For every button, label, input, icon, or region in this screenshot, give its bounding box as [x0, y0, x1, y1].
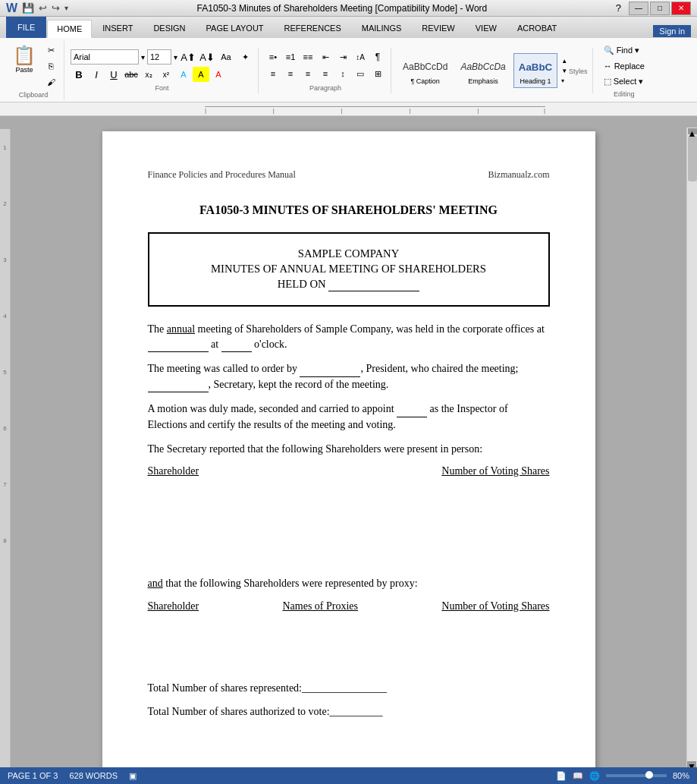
cut-button[interactable]: ✂ [42, 43, 59, 58]
bold-button[interactable]: B [71, 67, 87, 82]
increase-indent-button[interactable]: ⇥ [334, 49, 351, 65]
align-right-button[interactable]: ≡ [300, 66, 316, 81]
layout-icon[interactable]: ▣ [129, 771, 137, 781]
find-label: Find ▾ [617, 46, 639, 55]
font-name-input[interactable] [71, 49, 139, 65]
font-size-dropdown[interactable]: ▾ [174, 53, 177, 61]
view-web-layout[interactable]: 🌐 [589, 771, 600, 781]
paragraph-label: Paragraph [309, 84, 341, 92]
italic-button[interactable]: I [88, 67, 105, 82]
shrink-font-button[interactable]: A⬇ [199, 49, 215, 65]
font-controls: ▾ ▾ A⬆ A⬇ Aa ✦ B I U abc x₂ x² A A [71, 49, 253, 82]
paragraph-row1: ≡• ≡1 ≡≡ ⇤ ⇥ ↕A ¶ [265, 49, 386, 65]
view-print-layout[interactable]: 📄 [556, 771, 567, 781]
font-size-input[interactable] [147, 49, 171, 65]
subscript-button[interactable]: x₂ [140, 67, 157, 82]
styles-items: AaBbCcDd ¶ Caption AaBbCcDa Emphasis AaB… [397, 53, 569, 88]
scrollbar-thumb[interactable] [688, 136, 697, 181]
tab-review[interactable]: REVIEW [412, 19, 464, 37]
titlebar-title: FA1050-3 Minutes of Shareholders Meeting… [68, 3, 616, 14]
style-emphasis[interactable]: AaBbCcDa Emphasis [455, 53, 510, 88]
styles-scroll-down[interactable]: ▼ [560, 66, 569, 76]
table1-col1: Shareholder [148, 465, 199, 477]
strikethrough-button[interactable]: abc [123, 67, 140, 82]
style-heading1-preview: AaBbC [519, 56, 552, 77]
multilevel-list-button[interactable]: ≡≡ [300, 49, 316, 65]
help-button[interactable]: ? [616, 2, 621, 14]
tab-insert[interactable]: INSERT [93, 19, 143, 37]
select-button[interactable]: ⬚ Select ▾ [599, 74, 649, 89]
find-button[interactable]: 🔍 Find ▾ [599, 43, 649, 58]
table1-header: Shareholder Number of Voting Shares [148, 465, 550, 477]
word-count: 628 WORDS [69, 771, 118, 780]
statusbar-left: PAGE 1 OF 3 628 WORDS ▣ [8, 771, 137, 781]
zoom-level[interactable]: 80% [673, 771, 689, 780]
quick-access-undo[interactable]: ↩ [39, 2, 47, 14]
header-right: Bizmanualz.com [488, 169, 550, 181]
minimize-button[interactable]: — [629, 2, 648, 15]
vertical-scrollbar[interactable]: ▲ ▼ [686, 128, 697, 767]
underline-button[interactable]: U [105, 67, 122, 82]
bullets-button[interactable]: ≡• [265, 49, 281, 65]
numbering-button[interactable]: ≡1 [282, 49, 299, 65]
tab-view[interactable]: VIEW [466, 19, 507, 37]
show-marks-button[interactable]: ¶ [369, 49, 386, 65]
style-emphasis-label: Emphasis [468, 77, 498, 85]
paragraph-5: and that the following Shareholders were… [148, 576, 550, 591]
select-icon: ⬚ [604, 77, 611, 87]
zoom-slider-thumb[interactable] [645, 771, 653, 779]
tab-references[interactable]: REFERENCES [275, 19, 351, 37]
sign-in-button[interactable]: Sign in [653, 25, 691, 37]
view-read-mode[interactable]: 📖 [573, 771, 583, 781]
tab-mailings[interactable]: MAILINGS [352, 19, 412, 37]
tab-home[interactable]: HOME [47, 20, 92, 38]
paragraph-row2: ≡ ≡ ≡ ≡ ↕ ▭ ⊞ [265, 66, 386, 81]
grow-font-button[interactable]: A⬆ [180, 49, 196, 65]
total-shares-represented: Total Number of shares represented:_____… [148, 681, 550, 696]
style-caption[interactable]: AaBbCcDd ¶ Caption [397, 53, 453, 88]
line-spacing-button[interactable]: ↕ [334, 66, 351, 81]
tab-page-layout[interactable]: PAGE LAYOUT [196, 19, 274, 37]
total-shares-authorized: Total Number of shares authorized to vot… [148, 704, 550, 719]
decrease-indent-button[interactable]: ⇤ [317, 49, 334, 65]
status-bar: PAGE 1 OF 3 628 WORDS ▣ 📄 📖 🌐 80% [0, 767, 697, 784]
superscript-button[interactable]: x² [158, 67, 174, 82]
scrollbar-up-arrow[interactable]: ▲ [688, 128, 697, 134]
tab-design[interactable]: DESIGN [143, 19, 195, 37]
sort-button[interactable]: ↕A [352, 49, 369, 65]
borders-button[interactable]: ⊞ [369, 66, 386, 81]
replace-button[interactable]: ↔ Replace [599, 59, 649, 73]
align-center-button[interactable]: ≡ [282, 66, 299, 81]
scrollbar-down-arrow[interactable]: ▼ [687, 761, 696, 767]
page-info: PAGE 1 OF 3 [8, 771, 58, 780]
font-color-button[interactable]: A [210, 67, 227, 82]
clear-formatting-button[interactable]: ✦ [237, 49, 253, 65]
format-painter-button[interactable]: 🖌 [42, 74, 59, 90]
text-effects-button[interactable]: A [175, 67, 192, 82]
font-name-dropdown[interactable]: ▾ [141, 53, 145, 61]
shading-button[interactable]: ▭ [352, 66, 369, 81]
table2-col3: Number of Voting Shares [441, 600, 549, 612]
styles-more[interactable]: ▾ [560, 76, 569, 86]
quick-access-redo[interactable]: ↪ [52, 2, 60, 14]
paste-button[interactable]: 📋 Paste [8, 43, 41, 90]
tab-file[interactable]: FILE [6, 17, 46, 38]
justify-button[interactable]: ≡ [317, 66, 334, 81]
form-line2: MINUTES OF ANNUAL MEETING OF SHAREHOLDER… [165, 263, 533, 276]
style-heading1[interactable]: AaBbC Heading 1 [513, 53, 557, 88]
zoom-slider[interactable] [606, 774, 667, 777]
style-emphasis-preview: AaBbCcDa [460, 56, 505, 77]
styles-scroll-up[interactable]: ▲ [560, 56, 569, 66]
change-case-button[interactable]: Aa [218, 49, 234, 65]
text-highlight-button[interactable]: A [193, 67, 209, 82]
clipboard-group: 📋 Paste ✂ ⎘ 🖌 Clipboard [3, 41, 64, 100]
replace-icon: ↔ [604, 61, 612, 71]
tab-acrobat[interactable]: ACROBAT [507, 19, 567, 37]
table2-header: Shareholder Names of Proxies Number of V… [148, 600, 550, 612]
ribbon: FILE HOME INSERT DESIGN PAGE LAYOUT REFE… [0, 17, 697, 102]
maximize-button[interactable]: □ [650, 2, 670, 15]
align-left-button[interactable]: ≡ [265, 66, 281, 81]
copy-button[interactable]: ⎘ [42, 58, 59, 74]
close-button[interactable]: ✕ [671, 2, 691, 15]
quick-access-save[interactable]: 💾 [22, 2, 34, 14]
